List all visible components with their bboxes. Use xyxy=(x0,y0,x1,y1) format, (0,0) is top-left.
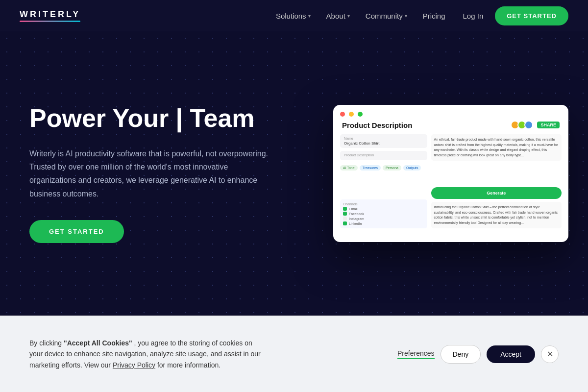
ss-description-field: Product Description xyxy=(340,151,427,160)
ss-tag-4: Outputs xyxy=(403,165,421,171)
ss-name-value: Organic Cotton Shirt xyxy=(344,141,423,146)
expand-dot xyxy=(358,112,363,117)
cookie-banner: By clicking "Accept All Cookies" , you a… xyxy=(0,316,588,392)
hero-get-started-button[interactable]: GET STARTED xyxy=(29,220,124,243)
ss-tag-1: AI Tone xyxy=(340,165,358,171)
screenshot-body: Name Organic Cotton Shirt Product Descri… xyxy=(340,134,562,228)
ss-tags: AI Tone Treasures Persona Outputs xyxy=(340,165,427,171)
channel-facebook: Facebook xyxy=(343,212,424,216)
cookie-preferences-button[interactable]: Preferences xyxy=(397,349,434,359)
hero-section: Power Your | Team Writerly is AI product… xyxy=(0,31,588,316)
close-dot xyxy=(340,112,345,117)
ss-text-block-2: Introducing the Organic Cotton Shirt – t… xyxy=(431,202,562,228)
channel-linkedin: LinkedIn xyxy=(343,221,424,225)
cookie-bold-text: "Accept All Cookies" xyxy=(64,339,132,347)
screenshot-left-panel: Name Organic Cotton Shirt Product Descri… xyxy=(340,134,427,228)
cookie-text: By clicking "Accept All Cookies" , you a… xyxy=(29,338,265,370)
cookie-privacy-link[interactable]: Privacy Policy xyxy=(113,361,155,369)
channel-check-instagram xyxy=(343,217,347,220)
nav-item-about[interactable]: About ▾ xyxy=(320,8,356,24)
ss-channels-label: Channels xyxy=(343,202,424,206)
close-icon: ✕ xyxy=(547,349,553,359)
chevron-down-icon: ▾ xyxy=(347,13,350,19)
hero-title: Power Your | Team xyxy=(29,104,274,133)
nav-item-community[interactable]: Community ▾ xyxy=(360,8,413,24)
ss-tag-2: Treasures xyxy=(360,165,381,171)
screenshot-avatars: SHARE xyxy=(514,121,560,129)
ss-channels-panel: Channels Email Facebook xyxy=(340,199,427,228)
minimize-dot xyxy=(349,112,354,117)
ss-desc-label: Product Description xyxy=(344,153,423,157)
ss-tag-3: Persona xyxy=(383,165,401,171)
cookie-close-button[interactable]: ✕ xyxy=(541,345,559,363)
screenshot-right-panel: An ethical, fair-trade product made with… xyxy=(431,134,562,228)
ss-text-block-1: An ethical, fair-trade product made with… xyxy=(431,134,562,161)
ss-name-field: Name Organic Cotton Shirt xyxy=(340,134,427,148)
chevron-down-icon: ▾ xyxy=(308,13,311,19)
window-controls xyxy=(340,112,562,117)
ss-name-label: Name xyxy=(344,137,423,140)
hero-content: Power Your | Team Writerly is AI product… xyxy=(29,104,274,243)
ss-generate-button[interactable]: Generate xyxy=(431,187,562,199)
cookie-deny-button[interactable]: Deny xyxy=(441,345,481,364)
screenshot-title-bar: Product Description SHARE xyxy=(340,121,562,129)
navbar: WRITERLY Solutions ▾ About ▾ Community ▾… xyxy=(0,0,588,31)
channel-check-linkedin xyxy=(343,221,347,225)
nav-get-started-button[interactable]: GET STARTED xyxy=(495,6,568,25)
avatar-3 xyxy=(524,121,533,129)
cookie-accept-button[interactable]: Accept xyxy=(487,345,535,363)
nav-item-pricing[interactable]: Pricing xyxy=(417,8,451,24)
nav-item-solutions[interactable]: Solutions ▾ xyxy=(270,8,317,24)
nav-item-login[interactable]: Log In xyxy=(455,8,491,24)
nav-links: Solutions ▾ About ▾ Community ▾ Pricing … xyxy=(270,6,568,25)
share-badge: SHARE xyxy=(537,122,560,128)
chevron-down-icon: ▾ xyxy=(405,13,407,19)
cookie-actions: Preferences Deny Accept ✕ xyxy=(397,345,559,364)
channel-check-email xyxy=(343,207,347,211)
channel-instagram: Instagram xyxy=(343,217,424,220)
cookie-text-end: for more information. xyxy=(157,361,220,369)
channel-check-facebook xyxy=(343,212,347,216)
ss-channels-list: Email Facebook Instagram xyxy=(343,207,424,225)
logo[interactable]: WRITERLY xyxy=(20,9,80,22)
logo-underline xyxy=(20,21,80,22)
product-screenshot: Product Description SHARE Name Organic C… xyxy=(333,105,568,242)
hero-subtitle: Writerly is AI productivity software tha… xyxy=(29,147,274,200)
cookie-text-prefix: By clicking xyxy=(29,339,64,347)
screenshot-title: Product Description xyxy=(342,121,412,129)
product-screenshot-wrapper: Product Description SHARE Name Organic C… xyxy=(333,105,568,242)
channel-email: Email xyxy=(343,207,424,211)
